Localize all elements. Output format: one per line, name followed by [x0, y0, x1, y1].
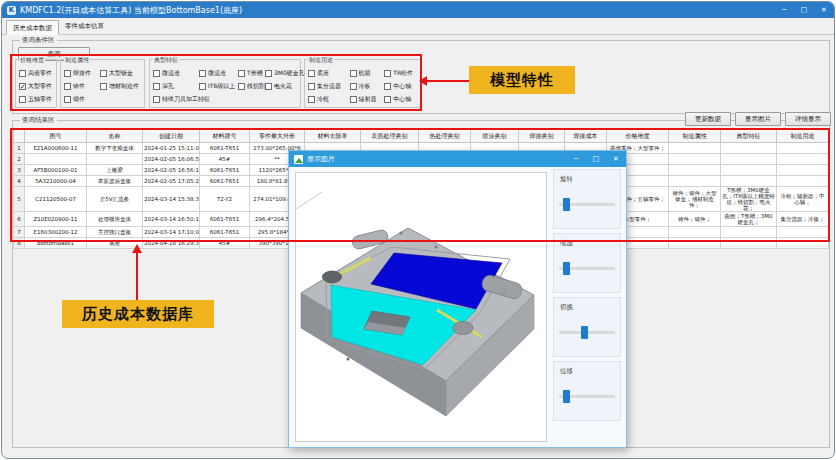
table-cell[interactable] — [721, 227, 777, 238]
checkbox-box-icon[interactable] — [19, 83, 26, 90]
table-cell[interactable]: 6061-T651 — [200, 212, 250, 227]
row-number-cell[interactable]: 2 — [14, 154, 25, 165]
table-cell[interactable]: T形槽；3M0硬金孔；IT6级以上精度特征；线切割；电火花； — [721, 187, 777, 212]
filter-checkbox[interactable]: 冷板 — [350, 80, 385, 93]
column-header[interactable]: 零件最大外形 — [250, 130, 305, 143]
dialog-maximize-icon[interactable]: □ — [586, 151, 606, 167]
table-cell[interactable]: 铸件；锻件； — [669, 212, 721, 227]
table-cell[interactable] — [669, 165, 721, 176]
table-cell[interactable]: 集分流器；冷板； — [777, 212, 829, 227]
column-header[interactable]: 焊接成本 — [565, 130, 607, 143]
checkbox-box-icon[interactable] — [350, 70, 357, 77]
model-3d-viewport[interactable] — [295, 172, 547, 442]
table-cell[interactable]: 处理模块盒体 — [87, 212, 143, 227]
column-header[interactable]: 热处理类别 — [419, 130, 471, 143]
filter-checkbox[interactable]: IT6级以上 — [199, 80, 238, 93]
column-header[interactable]: 焊接类别 — [519, 130, 565, 143]
checkbox-box-icon[interactable] — [153, 96, 160, 103]
table-cell[interactable]: BottomBase1 — [25, 238, 87, 249]
checkbox-box-icon[interactable] — [350, 83, 357, 90]
table-cell[interactable] — [669, 227, 721, 238]
table-cell[interactable] — [669, 143, 721, 154]
table-cell[interactable] — [87, 154, 143, 165]
table-cell[interactable]: 曲面；T形槽；3M0硬金孔； — [721, 212, 777, 227]
filter-checkbox[interactable]: 微流道 — [153, 67, 199, 80]
update-data-button[interactable]: 更新数据 — [685, 112, 731, 126]
checkbox-box-icon[interactable] — [100, 83, 107, 90]
filter-checkbox[interactable]: 中心轴 — [384, 80, 420, 93]
table-cell[interactable]: 数字下变频盒体 — [87, 143, 143, 154]
checkbox-box-icon[interactable] — [308, 96, 315, 103]
table-cell[interactable]: 2024-02-05 16:56:15 — [143, 165, 200, 176]
filter-checkbox[interactable]: 底座 — [308, 67, 350, 80]
filter-checkbox[interactable]: 机箱 — [350, 67, 385, 80]
filter-checkbox[interactable]: T形槽 — [238, 67, 265, 80]
filter-checkbox[interactable]: TR组件 — [384, 67, 420, 80]
checkbox-box-icon[interactable] — [100, 70, 107, 77]
table-cell[interactable]: T2-Y2 — [200, 187, 250, 212]
table-cell[interactable]: 上横梁 — [87, 165, 143, 176]
checkbox-box-icon[interactable] — [64, 96, 71, 103]
table-cell[interactable] — [669, 176, 721, 187]
filter-checkbox[interactable]: 焊接件 — [64, 67, 100, 80]
table-cell[interactable]: 铸件；锻件；大型钣金；增材制造件； — [669, 187, 721, 212]
table-cell[interactable]: E21A000600-11 — [25, 143, 87, 154]
column-header[interactable]: 材料牌号 — [200, 130, 250, 143]
filter-checkbox[interactable]: 深孔 — [153, 80, 199, 93]
column-header[interactable]: 名称 — [87, 130, 143, 143]
detail-display-button[interactable]: 详情显示 — [785, 112, 831, 126]
table-cell[interactable] — [721, 165, 777, 176]
pan-slider-handle[interactable] — [563, 390, 570, 403]
table-cell[interactable] — [777, 227, 829, 238]
column-header[interactable]: 图号 — [25, 130, 87, 143]
filter-checkbox[interactable]: 大型零件 — [19, 80, 55, 93]
filter-checkbox[interactable]: 铸件 — [64, 80, 100, 93]
filter-checkbox[interactable]: 冷框 — [308, 93, 350, 106]
table-cell[interactable] — [721, 154, 777, 165]
column-header[interactable]: 创建日期 — [143, 130, 200, 143]
minimize-icon[interactable]: ─ — [774, 2, 794, 18]
table-cell[interactable] — [777, 143, 829, 154]
table-cell[interactable]: Z10E020900-11 — [25, 212, 87, 227]
row-number-cell[interactable]: 5 — [14, 187, 25, 212]
filter-checkbox[interactable]: 锻件 — [64, 93, 100, 106]
switch-slider-track[interactable] — [559, 331, 615, 334]
row-number-cell[interactable]: 6 — [14, 212, 25, 227]
row-number-cell[interactable]: 3 — [14, 165, 25, 176]
dialog-title-bar[interactable]: 显示图片 ─ □ ✕ — [289, 151, 626, 167]
maximize-icon[interactable]: □ — [794, 2, 814, 18]
checkbox-box-icon[interactable] — [350, 96, 357, 103]
filter-checkbox[interactable]: 特殊刀具加工特征 — [153, 93, 199, 106]
checkbox-box-icon[interactable] — [153, 70, 160, 77]
table-cell[interactable]: 2024-02-05 16:06:51 — [143, 154, 200, 165]
table-cell[interactable]: E160300200-12 — [25, 227, 87, 238]
filter-checkbox[interactable]: 中心轴 — [384, 93, 420, 106]
table-cell[interactable] — [777, 238, 829, 249]
table-cell[interactable] — [669, 154, 721, 165]
table-cell[interactable] — [25, 154, 87, 165]
checkbox-box-icon[interactable] — [308, 83, 315, 90]
switch-slider-handle[interactable] — [581, 326, 588, 339]
table-cell[interactable]: 冷框；辐射器；中心轴； — [777, 187, 829, 212]
table-cell[interactable]: 45# — [200, 154, 250, 165]
column-header[interactable]: 典型特征 — [721, 130, 777, 143]
show-image-button[interactable]: 显示图片 — [735, 112, 781, 126]
tab-history-cost-data[interactable]: 历史成本数据 — [6, 20, 59, 35]
checkbox-box-icon[interactable] — [199, 70, 206, 77]
table-cell[interactable]: C21120500-07 — [25, 187, 87, 212]
table-cell[interactable]: 正5V汇流条 — [87, 187, 143, 212]
row-number-cell[interactable]: 8 — [14, 238, 25, 249]
table-cell[interactable]: 本振源后盖板 — [87, 176, 143, 187]
checkbox-box-icon[interactable] — [19, 96, 26, 103]
filter-checkbox[interactable]: 电火花 — [265, 80, 299, 93]
table-cell[interactable]: 6061-T651 — [200, 143, 250, 154]
row-number-cell[interactable]: 1 — [14, 143, 25, 154]
table-cell[interactable] — [777, 165, 829, 176]
checkbox-box-icon[interactable] — [19, 70, 26, 77]
table-cell[interactable]: 主控接口盖板 — [87, 227, 143, 238]
zoom-slider-handle[interactable] — [563, 262, 570, 275]
row-number-cell[interactable]: 4 — [14, 176, 25, 187]
checkbox-box-icon[interactable] — [64, 83, 71, 90]
close-icon[interactable]: ✕ — [814, 2, 834, 18]
filter-checkbox[interactable]: 3M0硬金孔 — [265, 67, 299, 80]
